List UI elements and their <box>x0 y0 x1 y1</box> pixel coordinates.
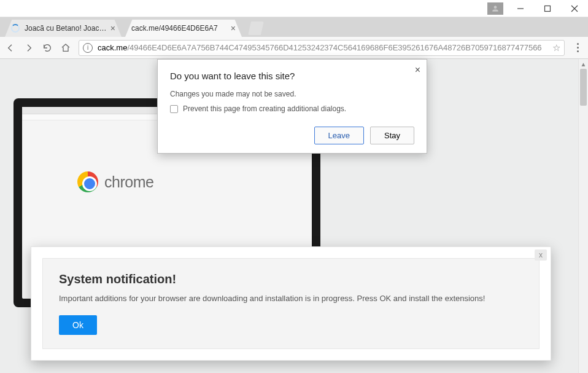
chrome-logo: chrome <box>77 171 153 192</box>
chrome-logo-text: chrome <box>104 173 153 191</box>
page-content: ▲ chrome × Do you want to leave this sit… <box>0 59 588 373</box>
new-tab-button[interactable] <box>248 22 264 35</box>
address-bar[interactable]: i cack.me/49466E4D6E6A7A756B744C47495345… <box>79 40 565 56</box>
leave-button[interactable]: Leave <box>314 127 364 144</box>
window-minimize-button[interactable] <box>507 0 534 17</box>
tab-label: cack.me/49466E4D6E6A7 <box>131 24 227 33</box>
window-close-button[interactable] <box>561 0 588 17</box>
bookmark-star-icon[interactable]: ☆ <box>552 42 560 53</box>
site-info-icon[interactable]: i <box>83 43 93 53</box>
prevent-dialogs-checkbox[interactable] <box>170 105 178 113</box>
dialog-close-icon[interactable]: × <box>415 65 420 76</box>
user-badge-icon[interactable] <box>487 2 503 15</box>
window-titlebar <box>0 0 588 17</box>
tab-close-icon[interactable]: × <box>110 23 115 33</box>
leave-site-dialog: × Do you want to leave this site? Change… <box>157 59 427 154</box>
prevent-dialogs-label: Prevent this page from creating addition… <box>183 104 346 113</box>
notification-heading: System notification! <box>59 272 523 286</box>
chrome-icon <box>77 171 98 192</box>
back-button[interactable] <box>5 42 16 53</box>
dialog-message: Changes you made may not be saved. <box>170 90 414 98</box>
notification-body: Important additions for your browser are… <box>59 293 523 305</box>
menu-button[interactable] <box>572 43 583 52</box>
browser-tab-active[interactable]: cack.me/49466E4D6E6A7 × <box>125 20 242 37</box>
tab-close-icon[interactable]: × <box>231 23 236 33</box>
browser-toolbar: i cack.me/49466E4D6E6A7A756B744C47495345… <box>0 37 588 59</box>
url-path: /49466E4D6E6A7A756B744C47495345766D41253… <box>127 43 541 52</box>
loading-spinner-icon <box>11 24 20 33</box>
scrollbar-thumb[interactable] <box>580 69 587 106</box>
home-button[interactable] <box>60 42 71 53</box>
forward-button[interactable] <box>23 42 34 53</box>
tab-label: Joacă cu Betano! Joacă le <box>25 24 107 33</box>
notification-ok-button[interactable]: Ok <box>59 315 97 335</box>
reload-button[interactable] <box>42 42 53 53</box>
svg-rect-1 <box>545 6 551 11</box>
tab-strip: Joacă cu Betano! Joacă le × cack.me/4946… <box>0 17 588 37</box>
window-maximize-button[interactable] <box>534 0 561 17</box>
stay-button[interactable]: Stay <box>370 127 414 144</box>
scroll-up-icon[interactable]: ▲ <box>579 59 588 69</box>
browser-tab-inactive[interactable]: Joacă cu Betano! Joacă le × <box>5 20 122 37</box>
vertical-scrollbar[interactable]: ▲ <box>578 59 588 373</box>
url-host: cack.me <box>98 43 127 52</box>
dialog-title: Do you want to leave this site? <box>170 71 414 81</box>
notification-close-button[interactable]: x <box>535 249 547 261</box>
system-notification-card: x System notification! Important additio… <box>31 246 551 361</box>
